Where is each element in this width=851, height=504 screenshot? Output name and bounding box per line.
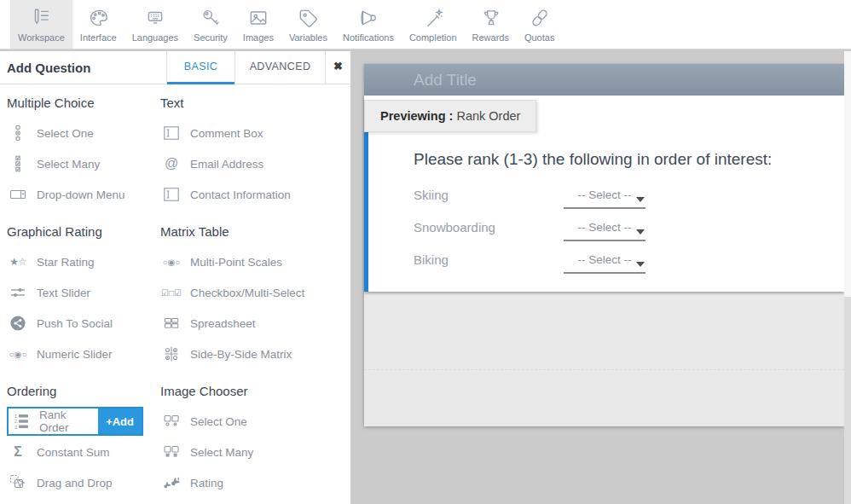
question-type-label: Select One [37,127,94,140]
image-icon [247,5,269,31]
question-type-comment-box[interactable]: Comment Box [160,118,350,148]
question-type-numeric-slider[interactable]: ○◉○ Numeric Slider [7,339,160,369]
section-title: Multiple Choice [7,96,160,110]
thumbs-icon [160,474,182,491]
close-icon[interactable]: ✖ [325,51,350,84]
numeric-slider-icon: ○◉○ [7,350,29,359]
question-type-label: Select One [190,415,247,428]
question-type-label: Constant Sum [37,446,110,459]
megaphone-icon [357,5,379,31]
top-toolbar: Workspace Interface Languages [0,0,851,49]
section-matrix-table: Matrix Table ○◉○ Multi-Point Scales ☑□☑ … [160,224,350,369]
stars-icon: ★☆ [7,256,29,268]
rank-row-label: Skiing [414,186,564,202]
rank-row-label: Snowboarding [414,218,564,235]
add-button[interactable]: +Add [98,408,142,434]
rank-select-snowboarding[interactable]: -- Select -- [564,218,645,241]
toolbar-item-quotas[interactable]: Quotas [517,0,562,49]
panel-header: Add Question BASIC ADVANCED ✖ [0,51,350,84]
question-type-label: Comment Box [190,127,263,140]
toolbar-item-languages[interactable]: Languages [124,0,186,49]
question-type-constant-sum[interactable]: Σ Constant Sum [7,437,160,467]
share-icon [7,315,29,332]
question-type-contact-information[interactable]: Contact Information [160,179,350,210]
question-type-select-many[interactable]: Select Many [7,148,160,179]
question-type-multi-point-scales[interactable]: ○◉○ Multi-Point Scales [160,246,350,277]
drag-drop-icon [7,474,29,491]
panel-tabs: BASIC ADVANCED ✖ [166,51,350,84]
toolbar-item-notifications[interactable]: Notifications [335,0,402,49]
section-multiple-choice: Multiple Choice Select One [7,96,160,210]
toolbar-item-label: Security [194,32,228,43]
section-ordering: Ordering 1 2 3 Rank Order +Add [7,384,160,498]
question-type-label: Star Rating [37,256,95,269]
rank-row: Biking -- Select -- [414,251,844,283]
tab-advanced[interactable]: ADVANCED [234,51,325,84]
scrollbar-track[interactable] [844,51,851,504]
toolbar-item-label: Images [243,32,274,43]
toolbar-item-images[interactable]: Images [235,0,281,49]
rank-row: Snowboarding -- Select -- [414,218,844,251]
chevron-down-icon [636,197,645,202]
question-type-select-one[interactable]: Select One [7,118,160,148]
toolbar-item-variables[interactable]: Variables [281,0,335,49]
previewing-tab: Previewing : Rank Order [364,100,536,132]
toolbar-item-workspace[interactable]: Workspace [10,0,72,49]
toolbar-item-interface[interactable]: Interface [72,0,124,49]
rank-order-selected-box[interactable]: 1 2 3 Rank Order +Add [7,407,143,436]
sigma-icon: Σ [7,444,29,460]
question-type-email-address[interactable]: @ Email Address [160,148,350,179]
rank-order-icon: 1 2 3 [11,413,33,430]
app-root: Workspace Interface Languages [0,0,851,504]
question-type-image-select-one[interactable]: Select One [160,406,350,437]
toolbar-item-label: Workspace [18,32,65,43]
text-cursor-box-icon [160,125,182,142]
multi-point-icon: ○◉○ [160,258,182,267]
rank-select-biking[interactable]: -- Select -- [564,251,645,274]
toolbar-item-completion[interactable]: Completion [402,0,465,49]
question-type-checkbox-multi-select[interactable]: ☑□☑ Checkbox/Multi-Select [160,277,350,308]
question-type-label: Contact Information [190,188,291,201]
question-type-label: Email Address [190,158,263,171]
question-type-dropdown-menu[interactable]: Drop-down Menu [7,179,160,210]
spreadsheet-icon [160,315,182,332]
toolbar-item-rewards[interactable]: Rewards [465,0,517,49]
toolbar-item-label: Languages [132,32,178,43]
rank-select-skiing[interactable]: -- Select -- [564,186,645,209]
select-placeholder: -- Select -- [577,253,631,266]
chevron-down-icon [636,262,645,267]
question-type-drag-and-drop[interactable]: Drag and Drop [7,467,160,498]
question-type-push-to-social[interactable]: Push To Social [7,308,160,339]
question-type-rank-order[interactable]: 1 2 3 Rank Order +Add [7,406,160,437]
section-graphical-rating: Graphical Rating ★☆ Star Rating Text Sli… [7,224,160,369]
image-select-many-icon [160,443,182,461]
at-icon: @ [160,156,182,171]
question-title: Please rank (1-3) the following in order… [414,150,844,169]
section-text: Text Comment Box @ Email Address [160,96,350,210]
add-title-bar[interactable]: Add Title [364,64,844,96]
checkbox-multi-icon: ☑□☑ [160,288,182,298]
question-type-image-rating[interactable]: Rating [160,467,350,498]
tab-basic[interactable]: BASIC [166,51,234,84]
question-type-star-rating[interactable]: ★☆ Star Rating [7,246,160,277]
toolbar-item-label: Variables [289,32,327,43]
scrollbar-thumb[interactable] [844,51,851,297]
toolbar-item-security[interactable]: Security [186,0,235,49]
question-type-label: Drag and Drop [37,477,113,490]
question-type-text-slider[interactable]: Text Slider [7,277,160,308]
question-type-label: Select Many [190,446,253,459]
toolbar-item-label: Completion [409,32,457,43]
svg-text:2: 2 [14,419,17,424]
question-type-label: Spreadsheet [190,317,256,330]
section-title: Ordering [7,384,160,398]
image-select-one-icon [160,413,182,430]
select-placeholder: -- Select -- [577,221,631,234]
preview-panel: Add Title Previewing : Rank Order Please… [364,64,844,426]
question-type-side-by-side-matrix[interactable]: Side-By-Side Matrix [160,339,350,369]
dropdown-icon [7,186,29,203]
question-type-image-select-many[interactable]: Select Many [160,437,350,467]
section-title: Image Chooser [160,384,350,398]
section-title: Text [160,96,350,110]
question-type-spreadsheet[interactable]: Spreadsheet [160,308,350,339]
question-type-label: Side-By-Side Matrix [190,348,292,361]
